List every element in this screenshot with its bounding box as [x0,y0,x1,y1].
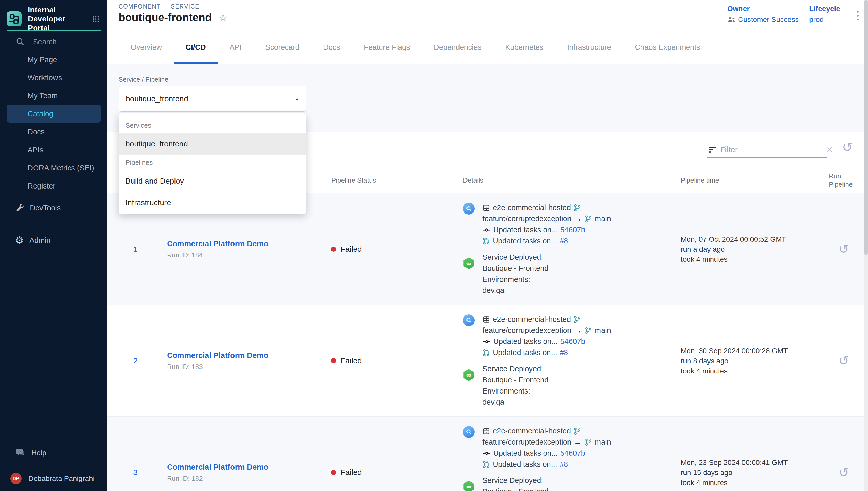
pipeline-time-cell: Mon, 23 Sep 2024 00:00:41 GMT run 15 day… [675,417,819,491]
column-header-pipeline-time: Pipeline time [675,168,819,193]
sidebar-user[interactable]: DP Debabrata Panigrahi [0,470,107,488]
deploy-title: Service Deployed: [483,252,611,263]
run-id: Run ID: 183 [167,363,327,371]
commit-sha-link[interactable]: 54607b [560,449,585,458]
commit-sha-link[interactable]: 54607b [560,337,585,346]
sidebar: Internal Developer Portal Search My Page… [0,0,107,491]
search-icon [16,37,25,47]
pr-number-link[interactable]: #8 [560,460,568,468]
cd-module-icon: ∞ [463,481,475,491]
pipeline-select-label: Service / Pipeline [119,76,168,83]
sidebar-admin-section: ⚙ Admin [0,231,107,249]
page-header: COMPONENT — SERVICE boutique-frontend ☆ … [107,0,868,30]
deploy-title: Service Deployed: [483,475,611,486]
pipeline-rows: 1 Commercial Platform Demo Run ID: 184 F… [107,194,868,491]
sidebar-item-my-team[interactable]: My Team [0,87,107,105]
run-pipeline-icon[interactable]: ↺ [838,466,849,479]
menu-option-boutique-frontend[interactable]: boutique_frontend [119,133,306,155]
pipeline-status-cell: Failed [327,305,459,416]
run-index: 2 [107,305,165,416]
user-name: Debabrata Panigrahi [28,474,95,483]
chevron-up-icon: ▲ [295,96,299,102]
pipeline-name-link[interactable]: Commercial Platform Demo [167,463,327,471]
pr-number-link[interactable]: #8 [560,348,568,357]
svg-text:?: ? [18,450,21,454]
harness-logo [7,11,22,26]
scrollbar-thumb[interactable] [864,0,868,255]
sidebar-item-register[interactable]: Register [0,177,107,195]
favorite-star-icon[interactable]: ☆ [219,12,228,23]
run-name-cell: Commercial Platform Demo Run ID: 183 [165,305,327,416]
run-ago: run 15 days ago [681,467,819,478]
tab-scorecard[interactable]: Scorecard [254,31,311,64]
tab-overview[interactable]: Overview [119,31,174,64]
commit-icon [483,338,491,346]
sidebar-item-my-page[interactable]: My Page [0,51,107,68]
pipeline-name-link[interactable]: Commercial Platform Demo [167,351,327,360]
tab-infrastructure[interactable]: Infrastructure [555,31,623,64]
filter-bar: × [708,142,827,158]
repo-name: e2e-commercial-hosted [493,203,571,212]
sidebar-item-docs[interactable]: Docs [0,123,107,141]
run-date: Mon, 23 Sep 2024 00:00:41 GMT [681,458,819,467]
tab-kubernetes[interactable]: Kubernetes [493,31,555,64]
sidebar-item-help[interactable]: ? Help [0,444,107,462]
sidebar-item-admin[interactable]: ⚙ Admin [0,231,107,249]
pr-number-link[interactable]: #8 [560,237,568,245]
run-duration: took 4 minutes [681,366,819,376]
help-chat-icon: ? [15,448,26,458]
sidebar-divider [7,197,101,197]
tab-api[interactable]: API [218,31,254,64]
pipeline-select[interactable]: boutique_frontend ▲ [119,86,306,112]
pipeline-select-value: boutique_frontend [126,94,188,103]
deploy-service: Boutique - Frontend [483,374,611,385]
run-pipeline-icon[interactable]: ↺ [838,354,849,367]
owner-label: Owner [727,5,799,13]
sidebar-item-apis[interactable]: APIs [0,141,107,159]
owner-block: Owner Customer Success [727,5,799,24]
menu-group-pipelines: Pipelines [119,155,306,170]
repository-icon [483,316,490,323]
deploy-env-label: Environments: [483,385,611,397]
scrollbar[interactable] [864,0,868,491]
pipeline-name-link[interactable]: Commercial Platform Demo [167,239,327,248]
git-branch-icon [574,204,581,212]
tab-bar: Overview CI/CD API Scorecard Docs Featur… [107,31,868,64]
run-id: Run ID: 182 [167,474,327,483]
tab-feature-flags[interactable]: Feature Flags [352,31,422,64]
filter-input[interactable] [720,145,820,154]
commit-sha-link[interactable]: 54607b [560,226,585,234]
menu-option-build-and-deploy[interactable]: Build and Deploy [119,170,306,192]
git-branch-icon [585,438,592,446]
clear-filter-icon[interactable]: × [825,144,835,155]
kebab-menu-icon[interactable] [855,9,861,23]
refresh-icon[interactable]: ↺ [842,141,853,154]
app-title: Internal Developer Portal [28,5,85,32]
pipeline-status-cell: Failed [327,417,459,491]
cd-module-icon: ∞ [463,369,475,381]
menu-group-services: Services [119,118,306,133]
sidebar-item-catalog[interactable]: Catalog [7,105,101,123]
git-branch-icon [585,327,592,335]
logo-glyph [7,11,22,26]
menu-option-infrastructure[interactable]: Infrastructure [119,192,306,213]
sidebar-item-workflows[interactable]: Workflows [0,68,107,87]
breadcrumb: COMPONENT — SERVICE [119,3,199,10]
tab-chaos-experiments[interactable]: Chaos Experiments [623,31,712,64]
tab-cicd[interactable]: CI/CD [174,31,218,64]
table-row: 2 Commercial Platform Demo Run ID: 183 F… [107,305,868,417]
repository-icon [483,204,490,212]
repo-name: e2e-commercial-hosted [493,315,571,324]
sidebar-search[interactable]: Search [16,36,57,48]
status-label: Failed [341,245,362,254]
run-pipeline-icon[interactable]: ↺ [838,243,849,256]
app-grid-icon[interactable] [91,14,101,24]
tab-dependencies[interactable]: Dependencies [422,31,493,64]
sidebar-item-devtools[interactable]: DevTools [0,199,107,217]
gear-icon: ⚙ [15,235,24,245]
pipeline-time-cell: Mon, 07 Oct 2024 00:00:52 GMT run a day … [675,194,819,305]
tab-docs[interactable]: Docs [311,31,352,64]
owner-link[interactable]: Customer Success [727,16,799,24]
sidebar-item-dora-metrics[interactable]: DORA Metrics (SEI) [0,159,107,177]
pr-message: Updated tasks on... [493,237,557,245]
